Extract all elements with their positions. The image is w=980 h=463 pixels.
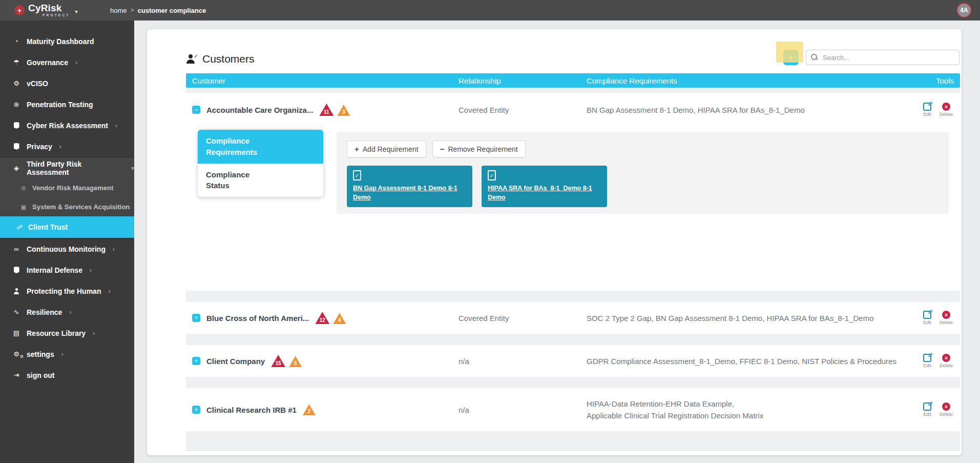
sidebar-item-settings[interactable]: ⚙⚙ settings › [0, 344, 134, 365]
shield-check-icon [11, 122, 22, 129]
brand-subtitle: PROTECT [43, 14, 70, 17]
requirement-link[interactable]: BN Gap Assessment 8-1 Demo 8-1 Demo [353, 185, 457, 201]
chevron-right-icon: › [69, 309, 71, 316]
page-title: ✓ Customers [186, 53, 255, 65]
person-hands-icon [11, 288, 22, 294]
delete-button[interactable]: × Delete [940, 402, 953, 417]
tab-compliance-status[interactable]: Compliance Status [198, 164, 323, 197]
expand-row-button[interactable]: + [192, 314, 200, 322]
table-row: + Clinical Research IRB #1 2 n/a HIPAA-D… [186, 388, 960, 431]
sidebar-item-privacy[interactable]: Privacy › [0, 136, 134, 157]
gear-icon: ⚙ [11, 79, 22, 87]
chevron-right-icon: › [90, 267, 92, 274]
column-tools: Tools [936, 76, 956, 85]
handshake-icon: ☍ [15, 224, 24, 231]
delete-x-icon: × [942, 311, 950, 319]
search-icon [811, 54, 818, 61]
requirements-value: SOC 2 Type 2 Gap, BN Gap Assessment 8-1 … [587, 314, 900, 323]
sidebar-item-maturity-dashboard[interactable]: ◔ Maturity Dashboard [0, 31, 134, 52]
critical-badge: 12 [315, 312, 329, 324]
delete-button[interactable]: × Delete [940, 311, 953, 325]
breadcrumb-current: customer compliance [138, 7, 206, 14]
add-customer-button[interactable]: + [783, 50, 799, 65]
column-requirements: Compliance Requirements [587, 76, 900, 85]
remove-requirement-button[interactable]: − Remove Requirement [432, 140, 526, 157]
requirements-value: BN Gap Assessment 8-1 Demo, HIPAA SRA fo… [587, 106, 900, 114]
search-input[interactable] [806, 50, 960, 65]
user-avatar[interactable]: 4A [956, 3, 972, 18]
sidebar-item-internal-defense[interactable]: Internal Defense › [0, 259, 134, 280]
edit-pencil-icon [923, 311, 931, 319]
sidebar-item-vendor-risk-management[interactable]: ⊚ Vendor Risk Management [0, 178, 134, 197]
critical-badge: 11 [319, 104, 333, 116]
sidebar-item-system-services-acquisition[interactable]: ▣ System & Services Acquisition [0, 197, 134, 216]
sidebar-item-continuous-monitoring[interactable]: ∞ Continuous Monitoring › [0, 238, 134, 259]
requirement-card[interactable]: ✓ HIPAA SRA for BAs_8-1_Demo 8-1 Demo [482, 166, 607, 207]
relationship-value: n/a [458, 357, 587, 366]
top-bar: + CyRisk PROTECT ▾ home > customer compl… [0, 0, 980, 21]
edit-button[interactable]: Edit [923, 402, 931, 417]
edit-button[interactable]: Edit [923, 354, 931, 368]
infinity-icon: ∞ [11, 245, 22, 253]
sidebar-item-cyber-risk-assessment[interactable]: Cyber Risk Assessment › [0, 115, 134, 136]
warning-badge: 4 [333, 313, 346, 324]
edit-button[interactable]: Edit [923, 311, 931, 325]
expand-row-button[interactable]: + [192, 357, 200, 365]
edit-pencil-icon [923, 402, 931, 411]
gear-burst-icon: ⊛ [11, 100, 22, 108]
sidebar-item-third-party-risk-assessment[interactable]: ◈ Third Party Risk Assessment ▾ [0, 157, 134, 178]
tab-compliance-requirements[interactable]: Compliance Requirements [198, 130, 323, 164]
detail-tabs: Compliance Requirements Compliance Statu… [198, 130, 323, 197]
customer-name: Clinical Research IRB #1 [206, 406, 297, 414]
sidebar-item-governance[interactable]: ☂ Governance › [0, 52, 134, 73]
sidebar-item-protecting-the-human[interactable]: Protecting the Human › [0, 280, 134, 301]
document-check-icon: ✓ [488, 170, 496, 180]
chevron-right-icon: › [115, 122, 117, 129]
edit-button[interactable]: Edit [923, 103, 931, 117]
table-row: + Client Company 15 5 n/a GDPR Complianc… [186, 345, 960, 377]
delete-x-icon: × [942, 103, 950, 111]
requirements-panel: + Add Requirement − Remove Requirement [337, 132, 949, 214]
table-header: Customer Relationship Compliance Require… [186, 73, 960, 88]
umbrella-icon: ☂ [11, 58, 22, 66]
chevron-right-icon: › [59, 143, 61, 150]
breadcrumb-home[interactable]: home [110, 7, 127, 14]
requirement-card[interactable]: ✓ BN Gap Assessment 8-1 Demo 8-1 Demo [347, 166, 472, 207]
warning-badge: 5 [289, 356, 302, 367]
requirements-value: GDPR Compliance Assessment_8-1_Demo, FFI… [587, 357, 900, 366]
plus-icon: + [355, 145, 359, 153]
breadcrumb: home > customer compliance [110, 7, 206, 14]
column-relationship: Relationship [458, 76, 587, 85]
gears-icon: ⚙⚙ [11, 350, 22, 358]
chevron-right-icon: › [108, 288, 110, 295]
sidebar-item-sign-out[interactable]: ⇥ sign out [0, 365, 134, 386]
table-row: − Accountable Care Organiza... 11 3 Cove… [186, 93, 960, 291]
customers-card: ✓ Customers + Customer Relationship [147, 29, 962, 455]
brand-name: CyRisk [28, 3, 70, 13]
chevron-right-icon: › [93, 330, 95, 337]
customer-name: Accountable Care Organiza... [206, 106, 313, 114]
chevron-right-icon: › [61, 351, 64, 358]
delete-button[interactable]: × Delete [940, 103, 953, 117]
expand-row-button[interactable]: + [192, 406, 200, 414]
requirement-link[interactable]: HIPAA SRA for BAs_8-1_Demo 8-1 Demo [488, 185, 592, 201]
brand-caret-icon[interactable]: ▾ [75, 9, 77, 14]
main-content: ✓ Customers + Customer Relationship [134, 21, 980, 463]
sidebar-item-resource-library[interactable]: ▤ Resource Library › [0, 323, 134, 344]
relationship-value: Covered Entity [458, 314, 587, 323]
sidebar-item-client-trust[interactable]: ☍ Client Trust [0, 216, 134, 238]
delete-button[interactable]: × Delete [940, 354, 953, 368]
book-icon: ▤ [11, 329, 22, 337]
sidebar-item-vciso[interactable]: ⚙ vCISO [0, 73, 134, 94]
chevron-right-icon: › [113, 246, 115, 253]
delete-x-icon: × [942, 402, 950, 411]
chevron-right-icon: › [75, 59, 77, 66]
sidebar-item-penetration-testing[interactable]: ⊛ Penetration Testing [0, 94, 134, 115]
brand-logo[interactable]: + CyRisk PROTECT ▾ [0, 3, 110, 17]
shield-icon [11, 267, 22, 273]
collapse-row-button[interactable]: − [192, 106, 200, 114]
sidebar-group-third-party: ◈ Third Party Risk Assessment ▾ ⊚ Vendor… [0, 157, 134, 238]
add-requirement-button[interactable]: + Add Requirement [347, 140, 426, 157]
sidebar-item-resilience[interactable]: ∿ Resilience › [0, 301, 134, 323]
diamond-icon: ◈ [11, 164, 22, 172]
